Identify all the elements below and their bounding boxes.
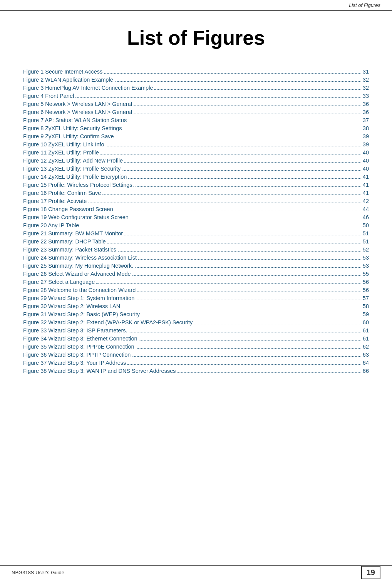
toc-item-label: Figure 32 Wizard Step 2: Extend (WPA-PSK…	[23, 319, 193, 325]
toc-item-label: Figure 22 Summary: DHCP Table	[23, 238, 106, 245]
toc-item-label: Figure 19 Web Configurator Status Screen	[23, 214, 129, 220]
toc-item-label: Figure 13 ZyXEL Utility: Profile Securit…	[23, 166, 121, 172]
toc-item: Figure 6 Network > Wireless LAN > Genera…	[23, 109, 369, 115]
toc-page-number: 32	[363, 85, 369, 91]
toc-item-label: Figure 9 ZyXEL Utility: Confirm Save	[23, 133, 114, 139]
toc-dots	[128, 122, 361, 122]
toc-item: Figure 26 Select Wizard or Advanced Mode…	[23, 271, 369, 277]
toc-dots	[127, 364, 361, 365]
toc-item-label: Figure 5 Network > Wireless LAN > Genera…	[23, 101, 132, 107]
toc-page-number: 36	[363, 109, 369, 115]
toc-item-label: Figure 38 Wizard Step 3: WAN IP and DNS …	[23, 368, 176, 374]
toc-dots	[137, 292, 361, 292]
toc-page-number: 56	[363, 279, 369, 285]
toc-dots	[129, 332, 361, 332]
toc-item-label: Figure 2 WLAN Application Example	[23, 77, 113, 83]
toc-item: Figure 23 Summary: Packet Statistics52	[23, 247, 369, 253]
toc-dots	[116, 138, 361, 138]
toc-page-number: 63	[363, 352, 369, 358]
toc-item: Figure 19 Web Configurator Status Screen…	[23, 214, 369, 220]
toc-page-number: 52	[363, 247, 369, 253]
footer: NBG318S User's Guide 19	[0, 565, 392, 579]
toc-item: Figure 21 Summary: BW MGMT Monitor51	[23, 230, 369, 236]
page-container: List of Figures List of Figures Figure 1…	[0, 0, 392, 587]
toc-dots	[154, 89, 361, 90]
toc-item-label: Figure 3 HomePlug AV Internet Connection…	[23, 85, 153, 91]
toc-item: Figure 2 WLAN Application Example32	[23, 77, 369, 83]
toc-item: Figure 11 ZyXEL Utility: Profile40	[23, 149, 369, 156]
toc-item: Figure 28 Welcome to the Connection Wiza…	[23, 287, 369, 293]
toc-item-label: Figure 23 Summary: Packet Statistics	[23, 247, 116, 253]
header-title: List of Figures	[349, 2, 380, 8]
toc-item-label: Figure 15 Profile: Wireless Protocol Set…	[23, 182, 134, 188]
toc-page-number: 60	[363, 319, 369, 325]
toc-item: Figure 9 ZyXEL Utility: Confirm Save39	[23, 133, 369, 139]
toc-dots	[115, 211, 361, 211]
toc-dots	[101, 154, 361, 154]
toc-item: Figure 32 Wizard Step 2: Extend (WPA-PSK…	[23, 319, 369, 325]
toc-dots	[106, 146, 361, 146]
toc-item: Figure 37 Wizard Step 3: Your IP Address…	[23, 360, 369, 366]
toc-item-label: Figure 28 Welcome to the Connection Wiza…	[23, 287, 136, 293]
toc-dots	[134, 114, 361, 114]
toc-item-label: Figure 14 ZyXEL Utility: Profile Encrypt…	[23, 174, 127, 180]
toc-item-label: Figure 12 ZyXEL Utility: Add New Profile	[23, 158, 123, 164]
toc-item-label: Figure 36 Wizard Step 3: PPTP Connection	[23, 352, 131, 358]
toc-item: Figure 14 ZyXEL Utility: Profile Encrypt…	[23, 174, 369, 180]
toc-dots	[118, 251, 361, 252]
toc-item: Figure 12 ZyXEL Utility: Add New Profile…	[23, 158, 369, 164]
toc-dots	[139, 340, 361, 340]
toc-dots	[128, 178, 361, 179]
header-bar: List of Figures	[0, 0, 392, 11]
toc-item: Figure 20 Any IP Table50	[23, 222, 369, 228]
toc-page-number: 32	[363, 77, 369, 83]
toc-page-number: 50	[363, 222, 369, 228]
toc-list: Figure 1 Secure Internet Access31Figure …	[23, 69, 369, 374]
toc-item: Figure 16 Profile: Confirm Save41	[23, 190, 369, 196]
toc-item: Figure 29 Wizard Step 1: System Informat…	[23, 295, 369, 301]
toc-item: Figure 3 HomePlug AV Internet Connection…	[23, 85, 369, 91]
toc-item-label: Figure 30 Wizard Step 2: Wireless LAN	[23, 303, 120, 309]
toc-item-label: Figure 25 Summary: My Homeplug Network.	[23, 263, 133, 269]
toc-item-label: Figure 17 Profile: Activate	[23, 198, 87, 204]
toc-item-label: Figure 10 ZyXEL Utility: Link Info	[23, 141, 104, 148]
main-content: List of Figures Figure 1 Secure Internet…	[0, 11, 392, 399]
toc-page-number: 61	[363, 335, 369, 342]
toc-page-number: 36	[363, 101, 369, 107]
toc-page-number: 41	[363, 174, 369, 180]
toc-dots	[136, 300, 361, 300]
toc-page-number: 37	[363, 117, 369, 123]
toc-item: Figure 4 Front Panel33	[23, 93, 369, 99]
toc-item-label: Figure 37 Wizard Step 3: Your IP Address	[23, 360, 126, 366]
toc-item-label: Figure 35 Wizard Step 3: PPPoE Connectio…	[23, 344, 134, 350]
page-heading: List of Figures	[23, 26, 369, 49]
toc-item: Figure 33 Wizard Step 3: ISP Parameters.…	[23, 327, 369, 334]
toc-page-number: 53	[363, 255, 369, 261]
toc-item: Figure 13 ZyXEL Utility: Profile Securit…	[23, 166, 369, 172]
toc-item-label: Figure 20 Any IP Table	[23, 222, 79, 228]
toc-dots	[136, 348, 361, 349]
toc-item-label: Figure 16 Profile: Confirm Save	[23, 190, 101, 196]
toc-dots	[130, 219, 361, 219]
toc-item: Figure 38 Wizard Step 3: WAN IP and DNS …	[23, 368, 369, 374]
toc-item-label: Figure 33 Wizard Step 3: ISP Parameters.	[23, 327, 127, 334]
toc-dots	[124, 235, 361, 235]
toc-dots	[104, 73, 361, 74]
toc-page-number: 51	[363, 230, 369, 236]
toc-dots	[122, 308, 361, 308]
toc-item: Figure 17 Profile: Activate42	[23, 198, 369, 204]
toc-item: Figure 36 Wizard Step 3: PPTP Connection…	[23, 352, 369, 358]
toc-item-label: Figure 11 ZyXEL Utility: Profile	[23, 149, 99, 156]
toc-page-number: 57	[363, 295, 369, 301]
toc-dots	[124, 162, 361, 163]
toc-page-number: 40	[363, 166, 369, 172]
toc-page-number: 56	[363, 287, 369, 293]
toc-item: Figure 34 Wizard Step 3: Ethernet Connec…	[23, 335, 369, 342]
toc-dots	[122, 170, 361, 171]
toc-item-label: Figure 18 Change Password Screen	[23, 206, 113, 212]
toc-page-number: 51	[363, 238, 369, 245]
toc-item: Figure 24 Summary: Wireless Association …	[23, 255, 369, 261]
toc-page-number: 31	[363, 69, 369, 75]
toc-item: Figure 35 Wizard Step 3: PPPoE Connectio…	[23, 344, 369, 350]
toc-dots	[138, 259, 361, 260]
